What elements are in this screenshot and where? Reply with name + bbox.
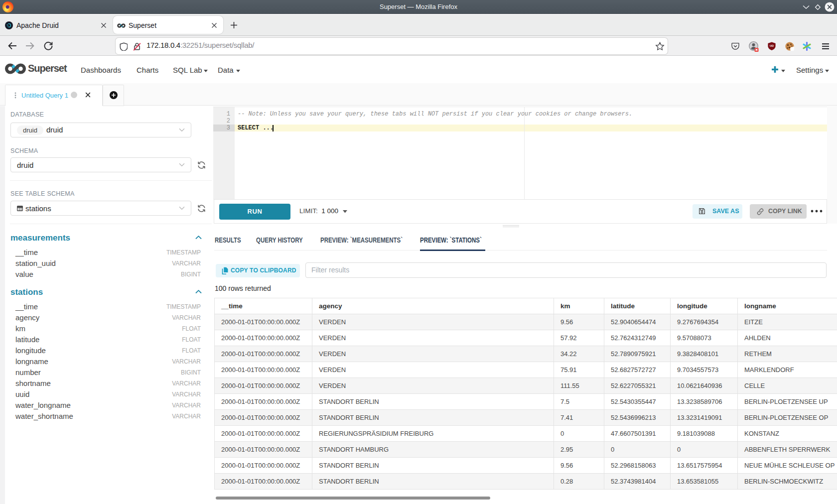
svg-text:UO: UO [770, 44, 774, 47]
